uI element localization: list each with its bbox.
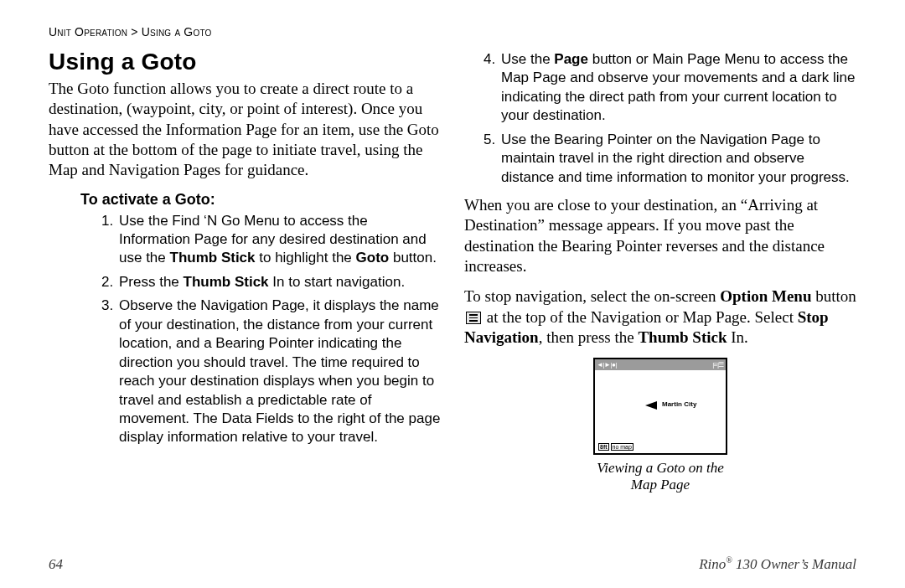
step-3: Observe the Navigation Page, it displays… bbox=[117, 297, 441, 447]
breadcrumb-separator: > bbox=[131, 25, 137, 39]
p3-c: button bbox=[812, 287, 856, 305]
step-2-text-a: Press the bbox=[119, 274, 184, 290]
p3-a: To stop navigation, select the on-screen bbox=[464, 287, 720, 305]
step-1-text-c: to highlight the bbox=[256, 250, 356, 266]
step-4-page: Page bbox=[554, 51, 588, 67]
doc-title-reg: ® bbox=[726, 555, 732, 565]
topbar-left: ◄|►|●| bbox=[597, 361, 617, 369]
breadcrumb-subsection: Using a Goto bbox=[142, 25, 212, 39]
doc-title-b: 130 Owner’s Manual bbox=[732, 556, 856, 572]
goto-pointer-icon bbox=[645, 401, 657, 410]
step-2: Press the Thumb Stick In to start naviga… bbox=[117, 273, 441, 291]
p3-h: In. bbox=[727, 328, 748, 346]
right-column: Use the Page button or Main Page Menu to… bbox=[464, 45, 856, 497]
content-columns: Using a Goto The Goto function allows yo… bbox=[49, 45, 856, 497]
step-5: Use the Bearing Pointer on the Navigatio… bbox=[499, 131, 856, 187]
scale-nomap: no map bbox=[611, 443, 634, 451]
step-4: Use the Page button or Main Page Menu to… bbox=[499, 50, 856, 126]
arriving-paragraph: When you are close to your destination, … bbox=[464, 195, 856, 276]
step-1-text-e: button. bbox=[389, 250, 437, 266]
page-title: Using a Goto bbox=[49, 49, 441, 75]
stop-navigation-paragraph: To stop navigation, select the on-screen… bbox=[464, 286, 856, 348]
doc-title: Rino® 130 Owner’s Manual bbox=[699, 555, 856, 573]
step-1-goto: Goto bbox=[356, 250, 390, 266]
step-2-thumb-stick: Thumb Stick bbox=[184, 274, 269, 290]
scale-box: 8ft no map bbox=[598, 442, 634, 451]
topbar-right: |≡|☰ bbox=[712, 361, 724, 369]
page-number: 64 bbox=[49, 556, 63, 573]
left-column: Using a Goto The Goto function allows yo… bbox=[49, 45, 441, 497]
scale-distance: 8ft bbox=[598, 443, 609, 451]
breadcrumb: Unit Operation > Using a Goto bbox=[49, 25, 856, 39]
figure-screen: ◄|►|●| |≡|☰ Martin City 8ft no map bbox=[593, 358, 727, 455]
sub-heading: To activate a Goto: bbox=[80, 191, 441, 209]
menu-icon bbox=[466, 312, 481, 324]
step-2-text-c: In to start navigation. bbox=[269, 274, 406, 290]
doc-title-a: Rino bbox=[699, 556, 726, 572]
intro-paragraph: The Goto function allows you to create a… bbox=[49, 79, 441, 181]
footer: 64 Rino® 130 Owner’s Manual bbox=[49, 555, 856, 573]
breadcrumb-section: Unit Operation bbox=[49, 25, 127, 39]
city-label: Martin City bbox=[662, 400, 696, 408]
step-4-text-a: Use the bbox=[501, 51, 554, 67]
steps-list-left: Use the Find ‘N Go Menu to access the In… bbox=[80, 212, 441, 447]
steps-list-right: Use the Page button or Main Page Menu to… bbox=[464, 50, 856, 187]
p3-f: , then press the bbox=[539, 328, 639, 346]
p3-option-menu: Option Menu bbox=[720, 287, 811, 305]
figure-topbar: ◄|►|●| |≡|☰ bbox=[595, 359, 726, 370]
manual-page: Unit Operation > Using a Goto Using a Go… bbox=[0, 0, 905, 588]
figure: ◄|►|●| |≡|☰ Martin City 8ft no map Viewi… bbox=[593, 358, 727, 493]
step-1: Use the Find ‘N Go Menu to access the In… bbox=[117, 212, 441, 268]
figure-caption: Viewing a Goto on the Map Page bbox=[593, 460, 727, 493]
step-1-thumb-stick: Thumb Stick bbox=[170, 250, 256, 266]
p3-thumb-stick: Thumb Stick bbox=[638, 328, 727, 346]
p3-d: at the top of the Navigation or Map Page… bbox=[483, 308, 798, 326]
